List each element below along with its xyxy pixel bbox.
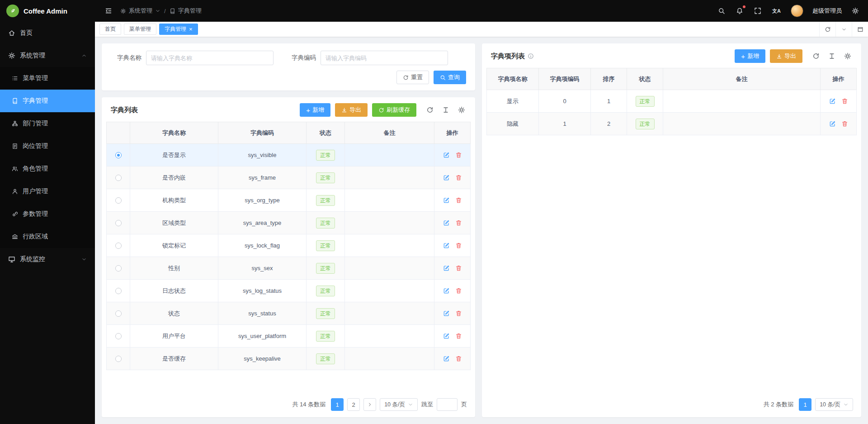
edit-button[interactable] xyxy=(440,264,453,272)
sidebar-group-system[interactable]: 系统管理 xyxy=(0,44,95,67)
breadcrumb-item-current[interactable]: 字典管理 xyxy=(170,7,202,15)
table-row[interactable]: 是否显示 sys_visible 正常 xyxy=(107,144,471,167)
table-row[interactable]: 日志状态 sys_log_status 正常 xyxy=(107,280,471,302)
row-radio[interactable] xyxy=(115,152,122,158)
edit-button[interactable] xyxy=(826,119,839,128)
sidebar-item-menu-mgmt[interactable]: 菜单管理 xyxy=(0,67,95,90)
sidebar-item-dept-mgmt[interactable]: 部门管理 xyxy=(0,112,95,135)
sidebar-item-param-mgmt[interactable]: 参数管理 xyxy=(0,203,95,225)
delete-button[interactable] xyxy=(453,241,465,250)
delete-button[interactable] xyxy=(839,119,851,128)
search-button[interactable] xyxy=(717,6,726,15)
row-radio[interactable] xyxy=(115,356,122,362)
query-button[interactable]: 查询 xyxy=(434,71,466,84)
table-row[interactable]: 状态 sys_status 正常 xyxy=(107,302,471,325)
close-icon[interactable]: × xyxy=(189,26,193,32)
refresh-cache-button[interactable]: 刷新缓存 xyxy=(372,103,416,117)
page-button-1[interactable]: 1 xyxy=(331,398,344,411)
column-settings-button[interactable] xyxy=(441,105,450,114)
delete-button[interactable] xyxy=(453,219,465,227)
sidebar-item-user-mgmt[interactable]: 用户管理 xyxy=(0,180,95,203)
status-badge: 正常 xyxy=(316,263,335,274)
table-row[interactable]: 是否缓存 sys_keepalive 正常 xyxy=(107,348,471,370)
edit-button[interactable] xyxy=(440,196,453,205)
row-radio[interactable] xyxy=(115,265,122,272)
page-button-1[interactable]: 1 xyxy=(799,398,811,411)
page-size-select[interactable]: 10 条/页 xyxy=(815,398,853,411)
edit-button[interactable] xyxy=(440,286,453,295)
edit-button[interactable] xyxy=(440,219,453,227)
column-settings-button[interactable] xyxy=(827,52,836,61)
delete-button[interactable] xyxy=(839,97,851,105)
dict-code-input[interactable] xyxy=(321,51,448,65)
sidebar-fold-button[interactable] xyxy=(103,5,114,16)
notifications-button[interactable] xyxy=(735,6,744,15)
jump-page-input[interactable] xyxy=(437,398,458,411)
settings-button[interactable] xyxy=(851,6,860,15)
table-row[interactable]: 锁定标记 sys_lock_flag 正常 xyxy=(107,234,471,257)
fullscreen-button[interactable] xyxy=(753,6,762,15)
delete-button[interactable] xyxy=(453,354,465,363)
table-row[interactable]: 显示 0 1 正常 xyxy=(487,90,857,113)
sidebar-item-label: 参数管理 xyxy=(23,210,48,218)
page-size-select[interactable]: 10 条/页 xyxy=(380,398,418,411)
dict-name-input[interactable] xyxy=(146,51,274,65)
tab-options-button[interactable] xyxy=(835,22,852,37)
edit-button[interactable] xyxy=(440,309,453,318)
row-radio[interactable] xyxy=(115,220,122,226)
sidebar-group-monitor[interactable]: 系统监控 xyxy=(0,248,95,271)
row-radio[interactable] xyxy=(115,333,122,339)
add-item-button[interactable]: + 新增 xyxy=(735,49,765,63)
table-settings-button[interactable] xyxy=(843,52,852,61)
delete-button[interactable] xyxy=(453,196,465,205)
sidebar-item-dict-mgmt[interactable]: 字典管理 xyxy=(0,90,95,112)
refresh-tab-button[interactable] xyxy=(819,22,835,37)
tab-menu-mgmt[interactable]: 菜单管理 xyxy=(124,24,156,35)
app-logo[interactable]: Coffee Admin xyxy=(0,0,95,22)
table-row[interactable]: 是否内嵌 sys_frame 正常 xyxy=(107,167,471,189)
edit-button[interactable] xyxy=(440,173,453,182)
add-button[interactable]: + 新增 xyxy=(300,103,330,117)
edit-button[interactable] xyxy=(440,151,453,159)
delete-button[interactable] xyxy=(453,264,465,272)
row-radio[interactable] xyxy=(115,243,122,249)
export-button[interactable]: 导出 xyxy=(335,103,368,117)
delete-button[interactable] xyxy=(453,286,465,295)
reset-button[interactable]: 重置 xyxy=(396,71,429,84)
delete-button[interactable] xyxy=(453,151,465,159)
table-row[interactable]: 隐藏 1 2 正常 xyxy=(487,113,857,135)
edit-button[interactable] xyxy=(440,241,453,250)
delete-button[interactable] xyxy=(453,309,465,318)
delete-button[interactable] xyxy=(453,173,465,182)
row-radio[interactable] xyxy=(115,288,122,294)
next-page-button[interactable] xyxy=(363,398,376,411)
username[interactable]: 超级管理员 xyxy=(812,7,842,15)
table-row[interactable]: 用户平台 sys_user_platform 正常 xyxy=(107,325,471,348)
edit-button[interactable] xyxy=(826,97,839,105)
edit-button[interactable] xyxy=(440,354,453,363)
tab-dict-mgmt[interactable]: 字典管理 × xyxy=(159,24,198,35)
language-button[interactable]: 文A xyxy=(771,7,782,15)
row-radio[interactable] xyxy=(115,197,122,204)
sidebar-item-post-mgmt[interactable]: 岗位管理 xyxy=(0,135,95,157)
dict-code-field: 字典编码 xyxy=(285,51,448,65)
page-button-2[interactable]: 2 xyxy=(347,398,360,411)
export-item-button[interactable]: 导出 xyxy=(770,49,802,63)
avatar[interactable] xyxy=(791,5,803,17)
row-radio[interactable] xyxy=(115,175,122,181)
table-row[interactable]: 机构类型 sys_org_type 正常 xyxy=(107,189,471,212)
refresh-table-button[interactable] xyxy=(425,105,434,114)
sidebar-item-region-mgmt[interactable]: 行政区域 xyxy=(0,225,95,248)
layout-toggle-button[interactable] xyxy=(852,22,868,37)
row-radio[interactable] xyxy=(115,310,122,317)
sidebar-item-home[interactable]: 首页 xyxy=(0,22,95,44)
table-row[interactable]: 区域类型 sys_area_type 正常 xyxy=(107,212,471,234)
delete-button[interactable] xyxy=(453,332,465,340)
refresh-table-button[interactable] xyxy=(811,52,821,61)
table-row[interactable]: 性别 sys_sex 正常 xyxy=(107,257,471,280)
table-settings-button[interactable] xyxy=(457,105,466,114)
edit-button[interactable] xyxy=(440,332,453,340)
breadcrumb-item-system[interactable]: 系统管理 xyxy=(120,7,160,15)
tab-home[interactable]: 首页 xyxy=(99,24,121,35)
sidebar-item-role-mgmt[interactable]: 角色管理 xyxy=(0,157,95,180)
